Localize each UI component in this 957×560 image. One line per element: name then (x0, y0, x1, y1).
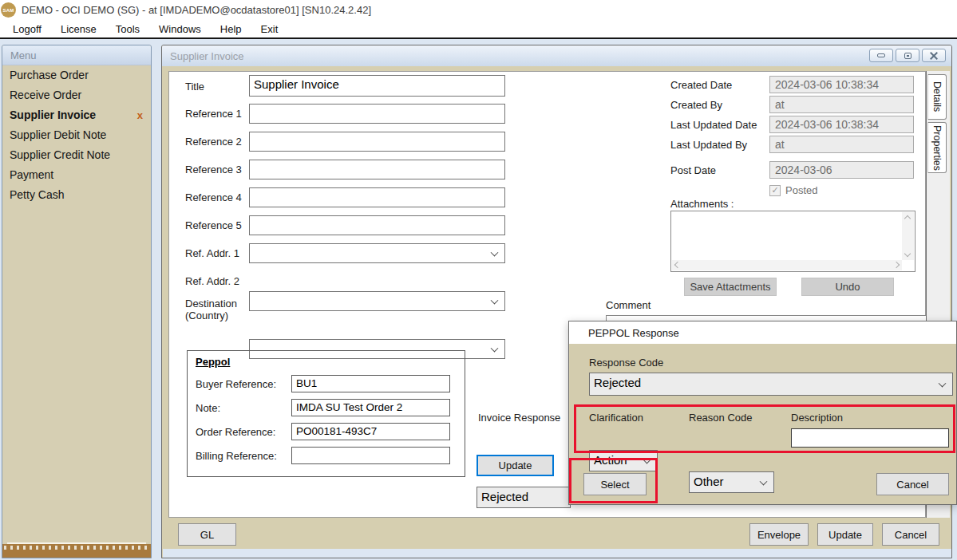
billing-reference-input[interactable] (291, 447, 450, 464)
gl-button[interactable]: GL (178, 523, 236, 546)
reference-3-label: Reference 3 (185, 164, 242, 175)
tab-properties[interactable]: Properties (927, 122, 947, 173)
order-reference-input[interactable]: PO00181-493C7 (291, 423, 450, 440)
created-by-label: Created By (670, 99, 722, 111)
footer-update-button[interactable]: Update (817, 523, 873, 546)
footer-cancel-button[interactable]: Cancel (882, 523, 939, 546)
reference-1-input[interactable] (249, 104, 505, 124)
response-code-select[interactable]: Rejected (589, 373, 953, 396)
last-updated-date-label: Last Updated Date (670, 119, 757, 131)
posted-checkbox[interactable]: ✓ (769, 185, 781, 196)
post-date-label: Post Date (670, 164, 716, 176)
reason-code-label: Reason Code (689, 412, 753, 424)
menu-exit[interactable]: Exit (251, 22, 288, 37)
chevron-down-icon (491, 248, 499, 256)
select-button[interactable]: Select (583, 473, 647, 495)
menu-help[interactable]: Help (211, 22, 251, 37)
last-updated-by-field: at (769, 136, 914, 153)
undo-button[interactable]: Undo (801, 278, 894, 296)
sidebar-item-label: Supplier Invoice (10, 108, 96, 121)
reference-3-input[interactable] (249, 160, 505, 179)
sidebar-item-purchase-order[interactable]: Purchase Order (2, 65, 151, 85)
attachments-list[interactable] (670, 211, 915, 272)
created-date-label: Created Date (670, 79, 732, 91)
reference-4-input[interactable] (249, 187, 505, 207)
attachments-label: Attachments : (670, 198, 734, 210)
reference-5-label: Reference 5 (185, 219, 242, 231)
window-titlebar[interactable]: Supplier Invoice (162, 45, 951, 66)
dialog-title: PEPPOL Response (588, 327, 679, 339)
peppol-groupbox: Peppol Buyer Reference: BU1 Note: IMDA S… (187, 350, 465, 477)
last-updated-date-field: 2024-03-06 10:38:34 (769, 116, 914, 133)
sidebar-panel: Menu Purchase Order Receive Order Suppli… (2, 45, 152, 558)
restore-icon (904, 53, 912, 59)
window-bottom-frame (163, 549, 951, 558)
reference-4-label: Reference 4 (185, 191, 242, 203)
clarification-select[interactable]: Action (589, 450, 658, 471)
posted-label: Posted (785, 184, 817, 196)
order-reference-label: Order Reference: (196, 426, 275, 438)
ref-addr-2-select[interactable] (249, 291, 505, 311)
sidebar-resize-grip[interactable] (2, 544, 151, 558)
scroll-right-icon[interactable] (893, 262, 900, 268)
save-attachments-button[interactable]: Save Attactments (684, 278, 777, 296)
vertical-scrollbar[interactable] (902, 212, 914, 260)
reason-code-select[interactable]: Other (689, 471, 774, 493)
menu-logoff[interactable]: Logoff (3, 22, 51, 37)
app-logo-icon: SAM (1, 2, 16, 18)
invoice-response-value[interactable]: Rejected (477, 487, 571, 508)
close-icon (930, 52, 938, 59)
menu-tools[interactable]: Tools (106, 22, 149, 37)
reference-2-label: Reference 2 (185, 136, 242, 148)
scroll-left-icon[interactable] (674, 262, 681, 268)
horizontal-scrollbar[interactable] (672, 260, 902, 270)
title-input[interactable]: Supplier Invoice (249, 75, 505, 97)
menu-license[interactable]: License (51, 22, 106, 37)
reference-2-input[interactable] (249, 132, 505, 152)
sidebar-item-supplier-debit-note[interactable]: Supplier Debit Note (2, 125, 151, 145)
app-titlebar: SAM DEMO - OCI DEMO (SG) - at [IMDADEMO@… (0, 0, 957, 20)
buyer-reference-label: Buyer Reference: (196, 378, 276, 390)
comment-label: Comment (606, 299, 651, 311)
sidebar-item-payment[interactable]: Payment (2, 165, 151, 185)
peppol-response-dialog: PEPPOL Response Response Code Rejected C… (568, 321, 957, 505)
response-code-label: Response Code (589, 357, 663, 369)
sidebar-item-receive-order[interactable]: Receive Order (2, 85, 151, 105)
destination-label: Destination(Country) (185, 298, 237, 321)
close-button[interactable] (922, 49, 946, 62)
ref-addr-1-select[interactable] (249, 243, 505, 263)
sidebar-item-supplier-credit-note[interactable]: Supplier Credit Note (2, 145, 151, 165)
chevron-down-icon (643, 455, 651, 463)
dialog-cancel-button[interactable]: Cancel (876, 473, 949, 495)
ref-addr-1-label: Ref. Addr. 1 (185, 247, 239, 259)
sidebar-item-petty-cash[interactable]: Petty Cash (2, 185, 151, 205)
posted-checkbox-row: ✓ Posted (769, 184, 817, 196)
minimize-button[interactable] (869, 49, 893, 62)
chevron-down-icon (491, 296, 499, 304)
sidebar-header: Menu (2, 45, 151, 65)
ref-addr-2-label: Ref. Addr. 2 (185, 275, 239, 287)
description-input[interactable] (791, 428, 949, 448)
app-title: DEMO - OCI DEMO (SG) - at [IMDADEMO@ocda… (22, 4, 371, 16)
envelope-button[interactable]: Envelope (749, 523, 809, 546)
buyer-reference-input[interactable]: BU1 (291, 375, 450, 392)
post-date-field: 2024-03-06 (769, 161, 914, 179)
created-by-field: at (769, 96, 914, 113)
billing-reference-label: Billing Reference: (196, 450, 277, 462)
close-tab-icon[interactable]: x (137, 105, 143, 125)
restore-button[interactable] (896, 49, 919, 62)
grip-dots (4, 546, 149, 550)
tab-details[interactable]: Details (927, 74, 947, 120)
last-updated-by-label: Last Updated By (670, 139, 747, 151)
note-input[interactable]: IMDA SU Test Order 2 (291, 399, 450, 416)
sidebar-item-supplier-invoice[interactable]: Supplier Invoice x (2, 105, 151, 125)
invoice-response-update-button[interactable]: Update (477, 455, 554, 476)
scroll-down-icon[interactable] (904, 250, 911, 257)
minimize-icon (877, 53, 885, 57)
description-label: Description (791, 412, 843, 424)
dialog-titlebar[interactable]: PEPPOL Response (569, 321, 956, 344)
peppol-header: Peppol (196, 356, 230, 368)
menu-windows[interactable]: Windows (149, 22, 211, 37)
reference-5-input[interactable] (249, 215, 505, 235)
scroll-up-icon[interactable] (904, 215, 911, 222)
